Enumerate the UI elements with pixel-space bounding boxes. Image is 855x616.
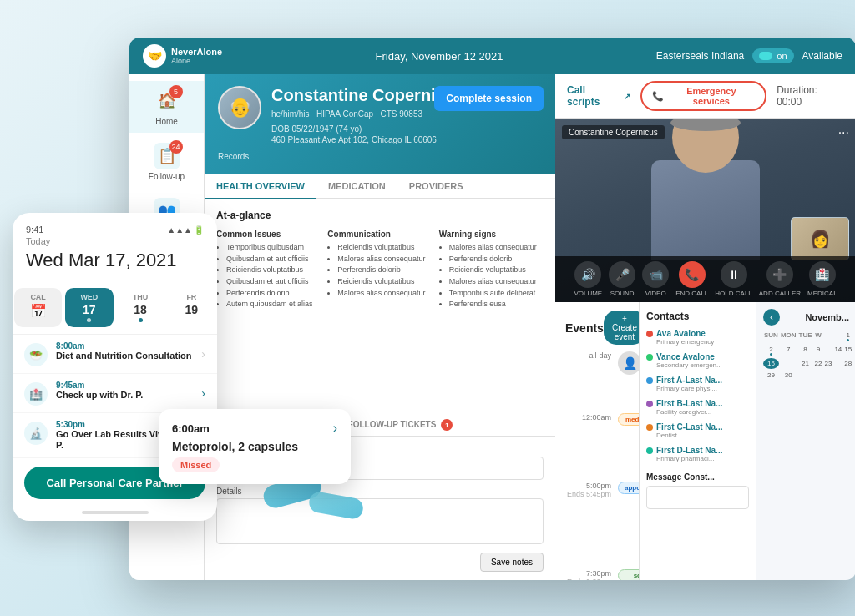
cal-cell[interactable]: 7 xyxy=(780,344,797,357)
emergency-services-button[interactable]: 📞 Emergency services xyxy=(640,81,767,111)
cal-cell[interactable]: 28 xyxy=(843,358,852,369)
cal-cell[interactable]: 29 xyxy=(763,370,779,381)
sidebar-item-followup[interactable]: 📋 24 Follow-up xyxy=(129,136,204,188)
records-link[interactable]: Records xyxy=(218,152,249,161)
tab-followup-tickets[interactable]: FOLLOW-UP TICKETS 1 xyxy=(340,415,462,437)
app-logo: 🤝 NeverAlone Alone xyxy=(143,44,222,68)
cal-cell[interactable]: 21 xyxy=(798,358,813,369)
nav-date: Friday, November 12 2021 xyxy=(222,50,656,63)
cal-cell[interactable]: 22 xyxy=(814,358,823,369)
cal-event-title: Diet and Nutrition Consultation xyxy=(56,351,193,361)
sound-button[interactable]: 🎤 SOUND xyxy=(609,261,635,297)
contact-first-b[interactable]: First B-Last Na... Facility caregiver... xyxy=(646,399,749,416)
cal-cell[interactable]: 1 xyxy=(843,330,852,343)
cal-event-diet[interactable]: 🥗 8:00am Diet and Nutrition Consultation… xyxy=(13,335,217,374)
cal-month-label: Novemb... xyxy=(805,312,849,322)
issue-item: Quibusdam et aut officiis xyxy=(226,255,321,265)
end-call-button[interactable]: 📞 END CALL xyxy=(675,261,708,297)
issue-item: Quibusdam et aut officiis xyxy=(226,277,321,287)
calendar-icon: 📅 xyxy=(30,303,47,319)
cal-cell[interactable] xyxy=(833,330,842,343)
warning-item: Perferendis dolorib xyxy=(449,255,544,265)
cal-day-thu[interactable]: THU 18 xyxy=(117,288,164,327)
missed-badge: Missed xyxy=(172,457,220,472)
patient-avatar-img: 👴 xyxy=(220,88,260,128)
event-time: 12:00am xyxy=(565,413,611,422)
toggle-label: on xyxy=(777,51,787,61)
create-event-button[interactable]: + Create event xyxy=(604,311,639,345)
microphone-icon: 🎤 xyxy=(609,261,635,288)
cal-header-mon: MON xyxy=(780,330,797,343)
video-pip: 👩 xyxy=(791,217,849,260)
contact-first-c[interactable]: First C-Last Na... Dentist xyxy=(646,422,749,439)
save-notes-button[interactable]: Save notes xyxy=(480,553,544,572)
tab-providers[interactable]: PROVIDERS xyxy=(397,174,475,199)
cal-cell[interactable] xyxy=(833,358,842,369)
cal-event-time: 9:45am xyxy=(56,381,193,390)
cal-cell[interactable] xyxy=(823,330,832,343)
cal-cell[interactable]: 23 xyxy=(823,358,832,369)
sidebar-item-home[interactable]: 🏠 5 Home xyxy=(129,81,204,133)
issue-item: Reiciendis voluptatibus xyxy=(226,265,321,275)
medication-popup: 6:00am › Metoprolol, 2 capsules Missed xyxy=(159,409,351,484)
cal-event-time: 8:00am xyxy=(56,341,193,351)
volume-button[interactable]: 🔊 VOLUME xyxy=(574,261,602,297)
nav-right: Easterseals Indiana on Available xyxy=(656,48,842,63)
status-toggle[interactable]: on xyxy=(752,48,793,63)
cal-prev-button[interactable]: ‹ xyxy=(763,309,780,326)
medication-tag: medication xyxy=(618,413,639,426)
appointment-tag: appointment xyxy=(618,482,639,494)
cal-cell[interactable]: 30 xyxy=(780,370,797,381)
cal-cell[interactable]: 2 xyxy=(763,344,779,357)
contact-first-a[interactable]: First A-Last Na... Primary care physi... xyxy=(646,376,749,392)
cal-cell[interactable]: 8 xyxy=(798,344,813,357)
contact-first-d[interactable]: First D-Last Na... Primary pharmaci... xyxy=(646,446,749,462)
cal-header-sun: SUN xyxy=(763,330,779,343)
cal-cell-today[interactable]: 16 xyxy=(763,358,779,369)
video-more-button[interactable]: ··· xyxy=(838,125,849,140)
contact-dot xyxy=(646,424,653,431)
video-controls: 🔊 VOLUME 🎤 SOUND 📹 VIDEO 📞 END CALL xyxy=(555,256,855,302)
tab-medication[interactable]: MEDICATION xyxy=(316,174,397,199)
cal-cell[interactable] xyxy=(780,358,797,369)
add-caller-button[interactable]: ➕ ADD CALLER xyxy=(759,261,801,297)
hold-call-button[interactable]: ⏸ HOLD CALL xyxy=(715,261,751,297)
home-icon: 🏠 5 xyxy=(154,88,180,114)
medical-button[interactable]: 🏥 MEDICAL xyxy=(807,261,837,297)
contact-role: Dentist xyxy=(656,432,749,439)
medical-icon: 🏥 xyxy=(809,261,836,288)
tab-health-overview[interactable]: HEALTH OVERVIEW xyxy=(205,174,316,199)
contact-ava[interactable]: Ava Avalone Primary emergency xyxy=(646,329,749,346)
cal-day-fri[interactable]: FR 19 xyxy=(168,288,215,327)
patient-body: At-a-glance Common Issues Temporibus qui… xyxy=(205,199,555,410)
followup-tickets-badge: 1 xyxy=(441,419,453,431)
med-arrow-icon[interactable]: › xyxy=(333,421,337,436)
cal-cell[interactable] xyxy=(823,344,832,357)
cal-cell[interactable] xyxy=(798,370,813,381)
top-nav: 🤝 NeverAlone Alone Friday, November 12 2… xyxy=(129,38,855,74)
call-scripts-link[interactable]: Call scripts ↗ xyxy=(567,84,630,108)
complete-session-button[interactable]: Complete session xyxy=(434,86,544,111)
comm-item: Malores alias consequatur xyxy=(337,255,432,265)
cal-widget-time: 9:41 ▲▲▲ 🔋 xyxy=(26,225,204,235)
contact-role: Facility caregiver... xyxy=(656,408,749,416)
event-person-icon: 👤 xyxy=(618,351,639,375)
contact-name: First C-Last Na... xyxy=(646,422,749,432)
followup-badge: 24 xyxy=(169,140,183,154)
cal-cell[interactable]: 14 xyxy=(833,344,842,357)
cal-event-checkup[interactable]: 🏥 9:45am Check up with Dr. P. › xyxy=(13,374,217,413)
events-main: Events + Create event all-day 👤 Staff as… xyxy=(555,302,855,580)
cal-day-cal[interactable]: CAL 📅 xyxy=(14,288,62,327)
events-section: Events + Create event all-day 👤 Staff as… xyxy=(555,302,639,580)
right-panel: Call scripts ↗ 📞 Emergency services Dura… xyxy=(555,74,855,580)
event-row-appointment: 5:00pm Ends 5:45pm appointment Subject l… xyxy=(565,482,629,564)
duration-label: Duration: 00:00 xyxy=(777,84,844,108)
cal-week: CAL 📅 WED 17 THU 18 FR 19 xyxy=(13,288,217,327)
cal-cell[interactable]: 15 xyxy=(843,344,852,357)
cal-day-wed[interactable]: WED 17 xyxy=(65,288,113,327)
video-area: Constantine Copernicus ··· 👩 🔊 VOLUME 🎤 … xyxy=(555,119,855,302)
cal-cell[interactable]: 9 xyxy=(814,344,823,357)
video-button[interactable]: 📹 VIDEO xyxy=(642,261,669,297)
contact-vance[interactable]: Vance Avalone Secondary emergen... xyxy=(646,352,749,369)
message-input[interactable] xyxy=(646,486,749,509)
